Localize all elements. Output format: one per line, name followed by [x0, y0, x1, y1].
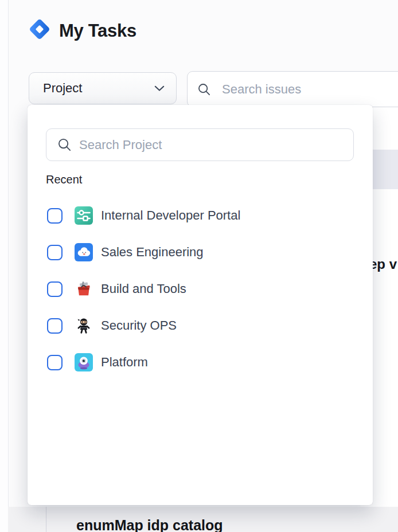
- project-option-sales-engineering[interactable]: Sales Engineering: [28, 234, 373, 271]
- search-icon: [57, 137, 72, 152]
- toolbox-icon: [75, 280, 93, 298]
- sliders-icon: [75, 206, 93, 225]
- chevron-down-icon: [154, 85, 165, 92]
- project-option-list: Internal Developer Portal: [28, 197, 373, 381]
- background-task-title[interactable]: enumMap idp catalog: [76, 517, 223, 532]
- my-tasks-page: ep v My Tasks Project: [0, 0, 398, 532]
- cloud-icon: [75, 243, 93, 261]
- project-label: Build and Tools: [101, 281, 186, 296]
- background-partial-task-text: ep v: [369, 256, 397, 272]
- project-option-platform[interactable]: Platform: [28, 344, 373, 381]
- page-title: My Tasks: [59, 21, 136, 41]
- project-checkbox[interactable]: [47, 355, 63, 370]
- project-checkbox[interactable]: [47, 208, 63, 224]
- search-project-field[interactable]: [46, 128, 354, 161]
- search-project-input[interactable]: [79, 138, 345, 152]
- search-issues-field[interactable]: [187, 71, 398, 107]
- project-label: Internal Developer Portal: [101, 208, 240, 223]
- project-filter-label: Project: [43, 81, 154, 96]
- ninja-icon: [75, 316, 93, 335]
- background-card-border: [46, 507, 46, 532]
- project-label: Security OPS: [101, 318, 177, 333]
- search-icon: [197, 82, 212, 97]
- left-rail: [0, 0, 9, 532]
- project-option-internal-developer-portal[interactable]: Internal Developer Portal: [28, 197, 373, 234]
- project-filter-button[interactable]: Project: [29, 72, 177, 104]
- project-checkbox[interactable]: [47, 318, 63, 334]
- project-dropdown-panel: Recent Internal Develop: [28, 105, 373, 505]
- project-option-build-and-tools[interactable]: Build and Tools: [28, 271, 373, 307]
- background-bottom-area: enumMap idp catalog: [8, 507, 398, 532]
- project-label: Platform: [101, 355, 148, 370]
- project-checkbox[interactable]: [47, 281, 63, 297]
- alien-icon: [75, 353, 93, 371]
- search-issues-input[interactable]: [222, 82, 398, 97]
- jira-logo-icon: [28, 17, 52, 41]
- project-label: Sales Engineering: [101, 245, 204, 260]
- project-option-security-ops[interactable]: Security OPS: [28, 307, 373, 344]
- recent-section-label: Recent: [46, 173, 82, 186]
- project-checkbox[interactable]: [47, 245, 63, 260]
